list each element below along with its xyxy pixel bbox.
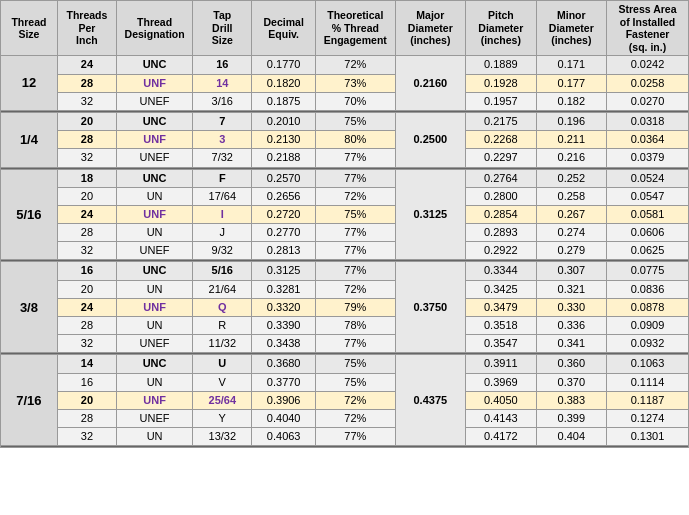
tpi-cell: 20 <box>57 187 116 205</box>
tap-drill-cell: 14 <box>193 74 252 92</box>
tpi-cell: 28 <box>57 131 116 149</box>
pitch-diam-cell: 0.2175 <box>466 112 536 130</box>
minor-diam-cell: 0.211 <box>536 131 606 149</box>
tpi-cell: 32 <box>57 242 116 260</box>
minor-diam-cell: 0.274 <box>536 224 606 242</box>
designation-cell: UN <box>116 187 192 205</box>
stress-area-cell: 0.0524 <box>607 169 689 187</box>
stress-area-cell: 0.1114 <box>607 373 689 391</box>
pitch-diam-cell: 0.3547 <box>466 335 536 353</box>
decimal-cell: 0.3438 <box>252 335 316 353</box>
decimal-cell: 0.1770 <box>252 56 316 74</box>
pct-cell: 72% <box>316 391 396 409</box>
pitch-diam-cell: 0.2893 <box>466 224 536 242</box>
minor-diam-cell: 0.330 <box>536 298 606 316</box>
minor-diam-cell: 0.279 <box>536 242 606 260</box>
stress-area-cell: 0.0581 <box>607 205 689 223</box>
tpi-cell: 28 <box>57 317 116 335</box>
stress-area-cell: 0.0932 <box>607 335 689 353</box>
designation-cell: UNF <box>116 391 192 409</box>
header-thread-size: ThreadSize <box>1 1 58 56</box>
tap-drill-cell: 25/64 <box>193 391 252 409</box>
decimal-cell: 0.1875 <box>252 92 316 110</box>
decimal-cell: 0.2656 <box>252 187 316 205</box>
decimal-cell: 0.2130 <box>252 131 316 149</box>
pct-cell: 75% <box>316 205 396 223</box>
designation-cell: UNF <box>116 74 192 92</box>
pitch-diam-cell: 0.2800 <box>466 187 536 205</box>
designation-cell: UNF <box>116 298 192 316</box>
pitch-diam-cell: 0.2764 <box>466 169 536 187</box>
tpi-cell: 16 <box>57 262 116 280</box>
decimal-cell: 0.2770 <box>252 224 316 242</box>
stress-area-cell: 0.0379 <box>607 149 689 167</box>
header-dec: DecimalEquiv. <box>252 1 316 56</box>
minor-diam-cell: 0.321 <box>536 280 606 298</box>
tap-drill-cell: 3/16 <box>193 92 252 110</box>
header-stress: Stress Areaof InstalledFastener(sq. in.) <box>607 1 689 56</box>
major-diam-cell: 0.4375 <box>395 355 465 446</box>
tap-drill-cell: 9/32 <box>193 242 252 260</box>
designation-cell: UNF <box>116 131 192 149</box>
header-pitch: PitchDiameter(inches) <box>466 1 536 56</box>
tap-drill-cell: 3 <box>193 131 252 149</box>
pct-cell: 77% <box>316 242 396 260</box>
minor-diam-cell: 0.177 <box>536 74 606 92</box>
major-diam-cell: 0.2500 <box>395 112 465 167</box>
minor-diam-cell: 0.307 <box>536 262 606 280</box>
tap-drill-cell: 21/64 <box>193 280 252 298</box>
pct-cell: 77% <box>316 169 396 187</box>
minor-diam-cell: 0.196 <box>536 112 606 130</box>
pct-cell: 72% <box>316 56 396 74</box>
designation-cell: UNEF <box>116 92 192 110</box>
pct-cell: 72% <box>316 187 396 205</box>
decimal-cell: 0.2010 <box>252 112 316 130</box>
pitch-diam-cell: 0.1928 <box>466 74 536 92</box>
pitch-diam-cell: 0.2268 <box>466 131 536 149</box>
tpi-cell: 20 <box>57 112 116 130</box>
minor-diam-cell: 0.252 <box>536 169 606 187</box>
designation-cell: UNC <box>116 355 192 373</box>
stress-area-cell: 0.0270 <box>607 92 689 110</box>
pct-cell: 75% <box>316 373 396 391</box>
decimal-cell: 0.2720 <box>252 205 316 223</box>
stress-area-cell: 0.0775 <box>607 262 689 280</box>
stress-area-cell: 0.0258 <box>607 74 689 92</box>
decimal-cell: 0.3320 <box>252 298 316 316</box>
pitch-diam-cell: 0.3969 <box>466 373 536 391</box>
tap-drill-cell: J <box>193 224 252 242</box>
tap-drill-cell: I <box>193 205 252 223</box>
pct-cell: 73% <box>316 74 396 92</box>
tpi-cell: 32 <box>57 428 116 446</box>
minor-diam-cell: 0.360 <box>536 355 606 373</box>
tap-drill-cell: U <box>193 355 252 373</box>
minor-diam-cell: 0.336 <box>536 317 606 335</box>
designation-cell: UNEF <box>116 149 192 167</box>
pitch-diam-cell: 0.3425 <box>466 280 536 298</box>
pct-cell: 78% <box>316 317 396 335</box>
major-diam-cell: 0.3125 <box>395 169 465 260</box>
designation-cell: UN <box>116 224 192 242</box>
minor-diam-cell: 0.399 <box>536 409 606 427</box>
designation-cell: UN <box>116 428 192 446</box>
header-tap: TapDrillSize <box>193 1 252 56</box>
minor-diam-cell: 0.404 <box>536 428 606 446</box>
designation-cell: UN <box>116 373 192 391</box>
tpi-cell: 24 <box>57 298 116 316</box>
stress-area-cell: 0.1274 <box>607 409 689 427</box>
tpi-cell: 28 <box>57 74 116 92</box>
designation-cell: UNC <box>116 262 192 280</box>
designation-cell: UNF <box>116 205 192 223</box>
stress-area-cell: 0.0242 <box>607 56 689 74</box>
pct-cell: 75% <box>316 112 396 130</box>
stress-area-cell: 0.0364 <box>607 131 689 149</box>
minor-diam-cell: 0.171 <box>536 56 606 74</box>
tap-drill-cell: Q <box>193 298 252 316</box>
pitch-diam-cell: 0.2297 <box>466 149 536 167</box>
pct-cell: 70% <box>316 92 396 110</box>
tap-drill-cell: 16 <box>193 56 252 74</box>
pitch-diam-cell: 0.4050 <box>466 391 536 409</box>
stress-area-cell: 0.0318 <box>607 112 689 130</box>
stress-area-cell: 0.0547 <box>607 187 689 205</box>
pitch-diam-cell: 0.3479 <box>466 298 536 316</box>
